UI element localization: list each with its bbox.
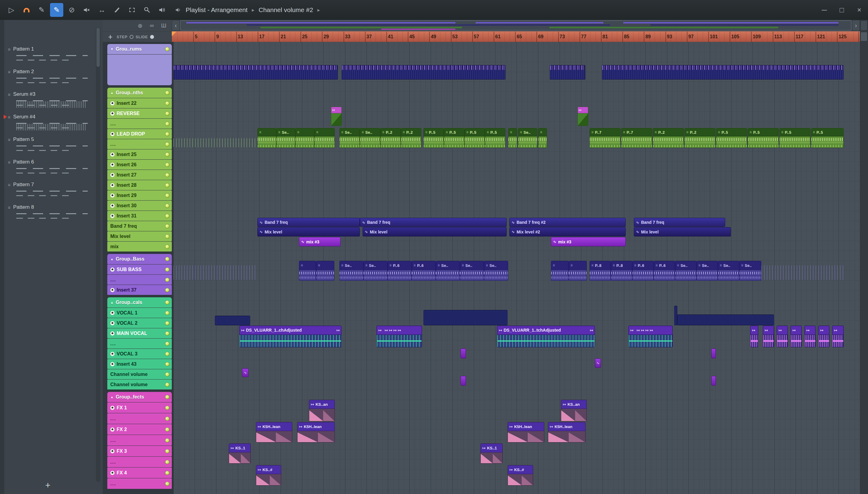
fl-logo-icon[interactable]	[20, 3, 33, 17]
track-mute-led[interactable]	[165, 163, 169, 167]
track-header[interactable]: MAIN VOCAL	[107, 328, 172, 338]
pattern-clip[interactable]: ≡P..7	[590, 128, 621, 148]
track-mute-led[interactable]	[165, 142, 169, 146]
track-header[interactable]: ...	[107, 275, 172, 285]
clip-menu-icon[interactable]: ≡	[362, 130, 364, 134]
track-header[interactable]: VOCAL 3	[107, 349, 172, 359]
channel-icon[interactable]	[110, 362, 114, 366]
clip-menu-icon[interactable]: ≡	[591, 130, 593, 134]
clip-menu-icon[interactable]: ≡	[487, 130, 489, 134]
track-mute-led[interactable]	[165, 152, 169, 157]
clip-menu-icon[interactable]: ≡	[301, 263, 303, 267]
mute-tool-icon[interactable]	[80, 3, 93, 17]
pattern-clip[interactable]: ≡P..6	[632, 261, 654, 281]
track-mute-led[interactable]	[165, 460, 169, 464]
pattern-item[interactable]: ≡Pattern 5	[8, 136, 93, 158]
clip-menu-icon[interactable]: ≡	[382, 130, 384, 134]
track-mute-led[interactable]	[165, 311, 169, 315]
clip-menu-icon[interactable]: ↦	[820, 328, 824, 332]
clip-menu-icon[interactable]: ↦	[752, 328, 755, 332]
track-mute-led[interactable]	[165, 132, 169, 136]
track-header[interactable]: Insert 31	[107, 211, 172, 221]
channel-icon[interactable]	[110, 163, 114, 167]
pattern-clip[interactable]: ≡Se..	[276, 128, 295, 148]
track-header[interactable]: Mix level	[107, 231, 172, 241]
pattern-item[interactable]: ≡Pattern 1	[8, 45, 93, 68]
pattern-clip[interactable]: ≡P..6	[388, 261, 412, 281]
pattern-clip[interactable]: ≡P..5	[423, 128, 444, 148]
track-header[interactable]: ...	[107, 457, 172, 467]
slice-tool-icon[interactable]	[110, 3, 124, 17]
timeline-ruler[interactable]: 5913172125293337414549535761656973778185…	[172, 31, 860, 42]
track-header[interactable]: ...	[107, 435, 172, 445]
pattern-clip[interactable]	[423, 310, 507, 325]
audio-clip[interactable]: ↦	[777, 326, 788, 347]
arrangement-overview[interactable]: ‹ ›	[172, 20, 860, 31]
track-header[interactable]: FX 4	[107, 468, 172, 478]
track-header[interactable]: Insert 29	[107, 190, 172, 200]
track-header[interactable]: FX 2	[107, 424, 172, 435]
audio-clip[interactable]: ↦	[832, 326, 844, 347]
clip-menu-icon[interactable]: ↦	[778, 328, 782, 332]
track-header[interactable]: Insert 27	[107, 170, 172, 180]
channel-icon[interactable]	[110, 449, 114, 453]
pattern-clip[interactable]	[674, 306, 677, 325]
channel-icon[interactable]	[110, 352, 114, 356]
clip-menu-icon[interactable]: ≡	[613, 263, 615, 267]
clip-menu-icon[interactable]: ≡	[510, 130, 512, 134]
pattern-clip[interactable]: ≡P..2	[401, 128, 421, 148]
clip-menu-icon[interactable]: ≡	[698, 263, 700, 267]
track-header[interactable]: mix	[107, 242, 172, 251]
clip-menu-icon[interactable]: ↦	[563, 402, 566, 407]
track-header[interactable]: Channel volume	[107, 380, 172, 390]
minimize-button[interactable]: ─	[816, 0, 833, 20]
playhead-marker[interactable]	[172, 32, 176, 36]
play-icon[interactable]: ▷	[5, 3, 18, 17]
track-mute-led[interactable]	[165, 342, 169, 346]
clip-menu-icon[interactable]: ≡	[540, 130, 542, 134]
pattern-clip[interactable]: ≡Se..	[364, 261, 388, 281]
pattern-clip[interactable]: ≡Se..	[484, 261, 508, 281]
fold-icon[interactable]: ▲	[110, 395, 114, 399]
channel-icon[interactable]	[110, 193, 114, 197]
pattern-item[interactable]: ≡Pattern 6	[8, 158, 93, 181]
clip-menu-icon[interactable]: ≡	[365, 263, 367, 267]
audio-clip[interactable]: ↦↦ ↦ ↦ ↦	[628, 326, 673, 347]
timeline-corner-button[interactable]	[861, 32, 867, 41]
channel-icon[interactable]	[110, 311, 114, 315]
pattern-clip[interactable]: ≡P..5	[716, 128, 747, 148]
pattern-clip[interactable]: ≡P..5	[811, 128, 844, 148]
channel-icon[interactable]	[110, 173, 114, 177]
track-header[interactable]: LEAD DROP	[107, 129, 172, 139]
track-mute-led[interactable]	[165, 438, 169, 442]
pattern-clip[interactable]: ≡	[257, 128, 276, 148]
track-group-header[interactable]: ▲Group..Bass	[107, 254, 172, 264]
close-button[interactable]: ×	[851, 0, 868, 20]
audio-clip[interactable]: ↦DS_VLUARR_1..tchAdjusted↦	[497, 326, 595, 347]
clip-menu-icon[interactable]: ≡	[520, 130, 522, 134]
pattern-clip[interactable]	[550, 65, 585, 79]
clip-menu-icon[interactable]: ↦	[509, 424, 513, 429]
track-header[interactable]: ...	[107, 413, 172, 424]
clip-menu-icon[interactable]: ≡	[634, 263, 636, 267]
automation-clip[interactable]: ∿mix #3	[299, 237, 340, 246]
track-header[interactable]: VOCAL 2	[107, 318, 172, 328]
clip-menu-icon[interactable]: ↦	[579, 108, 581, 112]
playback-tool-icon[interactable]	[155, 3, 169, 17]
track-mute-led[interactable]	[165, 449, 169, 453]
audio-clip[interactable]: ↦	[763, 326, 774, 347]
track-mute-led[interactable]	[165, 383, 169, 387]
channel-icon[interactable]	[110, 132, 114, 136]
pattern-clip[interactable]: ≡P..5	[444, 128, 464, 148]
clip-menu-icon[interactable]: ↦	[299, 424, 302, 429]
track-mute-led[interactable]	[165, 372, 169, 377]
track-header[interactable]: Insert 26	[107, 160, 172, 170]
draw-tool-icon[interactable]: ✎	[35, 3, 48, 17]
channel-icon[interactable]	[110, 267, 114, 272]
pattern-clip[interactable]: ≡P..8	[590, 261, 611, 281]
channel-icon[interactable]	[110, 471, 114, 475]
channel-icon[interactable]	[110, 204, 114, 208]
clip-menu-icon[interactable]: ≡	[446, 130, 448, 134]
pattern-clip[interactable]: ≡P..2	[684, 128, 716, 148]
clip-menu-icon[interactable]: ≡	[462, 263, 464, 267]
